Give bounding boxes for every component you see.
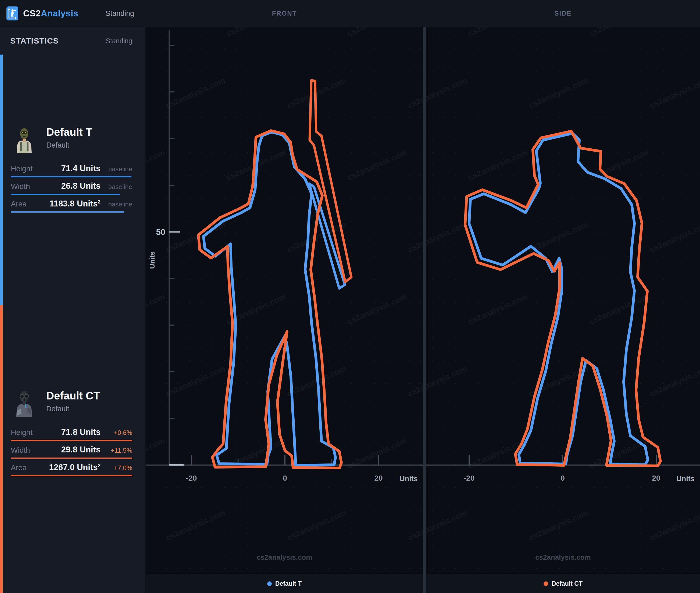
- ct-model-variant: Default: [46, 405, 100, 413]
- ct-card-head: Default CT Default: [14, 390, 132, 417]
- stat-bar: [11, 458, 132, 459]
- brand-segment: CS2Analysis Standing: [0, 0, 146, 27]
- stat-value: 71.4 Units: [33, 164, 101, 173]
- t-stat-height: Height 71.4 Units baseline: [11, 164, 132, 177]
- stat-bar: [11, 440, 132, 441]
- t-stats: Height 71.4 Units baseline Width 26.8 Un…: [11, 164, 132, 213]
- stat-label: Height: [11, 164, 33, 173]
- stat-delta: +0.6%: [101, 429, 132, 437]
- sidebar-pose-label: Standing: [106, 37, 132, 45]
- model-card-default-ct: Default CT Default Height 71.8 Units +0.…: [0, 305, 146, 593]
- stat-bar: [11, 211, 124, 213]
- svg-text:-20: -20: [186, 474, 197, 482]
- side-plot: -20020Units: [426, 27, 700, 593]
- stat-value: 71.8 Units: [33, 427, 101, 437]
- cs2analysis-logo-icon: [8, 8, 17, 19]
- side-view-panel: -20020Units cs2analysis.com: [426, 27, 700, 593]
- ct-stat-height: Height 71.8 Units +0.6%: [11, 427, 132, 441]
- svg-text:Units: Units: [399, 475, 418, 483]
- brand-analysis: Analysis: [41, 8, 78, 18]
- svg-text:-20: -20: [464, 474, 474, 482]
- stat-delta: baseline: [101, 183, 132, 191]
- stat-value: 1183.8 Units2: [27, 199, 101, 209]
- stat-label: Height: [11, 428, 33, 437]
- svg-text:20: 20: [652, 474, 660, 482]
- nav-tab-standing[interactable]: Standing: [105, 9, 134, 18]
- stat-value: 29.8 Units: [30, 445, 101, 454]
- legend-item-default-ct[interactable]: Default CT: [544, 580, 583, 587]
- legend-item-default-t[interactable]: Default T: [267, 580, 302, 587]
- model-card-default-t: Default T Default Height 71.4 Units base…: [0, 54, 146, 305]
- stat-value: 26.8 Units: [30, 181, 101, 191]
- legend-dot-ct: [544, 582, 548, 586]
- t-stat-width: Width 26.8 Units baseline: [11, 181, 132, 195]
- panel-divider: [423, 27, 426, 593]
- stat-label: Area: [11, 200, 27, 208]
- svg-text:0: 0: [283, 474, 287, 482]
- svg-text:0: 0: [560, 474, 565, 482]
- stat-bar: [11, 194, 120, 195]
- legend-divider: [423, 574, 426, 593]
- front-panel-header: FRONT: [272, 10, 297, 17]
- ct-stat-area: Area 1267.0 Units2 +7.0%: [11, 463, 132, 476]
- stat-value: 1267.0 Units2: [27, 463, 101, 472]
- ct-accent-bar: [0, 305, 3, 593]
- model-viewer: cs2analysis.comcs2analysis.comcs2analysi…: [146, 27, 700, 593]
- front-view-panel: 50Units-20020Units cs2analysis.com: [146, 27, 423, 593]
- front-header-segment: FRONT: [146, 0, 423, 27]
- top-bar: CS2Analysis Standing FRONT SIDE: [0, 0, 700, 27]
- t-stat-area: Area 1183.8 Units2 baseline: [11, 199, 132, 213]
- front-plot: 50Units-20020Units: [146, 27, 423, 593]
- stat-label: Area: [11, 464, 27, 472]
- stat-delta: baseline: [101, 201, 132, 208]
- side-panel-header: SIDE: [554, 10, 572, 17]
- legend-label-ct: Default CT: [552, 580, 583, 587]
- stat-delta: +11.5%: [101, 447, 132, 454]
- ct-avatar: [14, 390, 34, 417]
- t-model-variant: Default: [46, 141, 92, 150]
- stat-bar: [11, 176, 131, 177]
- stat-delta: +7.0%: [101, 464, 132, 472]
- ct-model-name: Default CT: [46, 390, 100, 401]
- t-avatar: [14, 126, 34, 153]
- ct-stat-width: Width 29.8 Units +11.5%: [11, 445, 132, 459]
- t-accent-bar: [0, 54, 3, 305]
- ct-stats: Height 71.8 Units +0.6% Width 29.8 Units…: [11, 427, 132, 476]
- stat-bar: [11, 475, 132, 476]
- svg-text:Units: Units: [676, 475, 695, 483]
- svg-text:Units: Units: [148, 251, 156, 269]
- svg-text:50: 50: [156, 227, 165, 237]
- stat-label: Width: [11, 182, 30, 191]
- stat-delta: baseline: [101, 165, 132, 173]
- sidebar-header: STATISTICS Standing: [0, 27, 146, 54]
- statistics-sidebar: STATISTICS Standing: [0, 27, 146, 593]
- legend-label-t: Default T: [275, 580, 302, 587]
- app-logo[interactable]: [6, 6, 18, 21]
- t-card-head: Default T Default: [14, 126, 132, 153]
- brand-cs2: CS2: [23, 8, 41, 18]
- brand-title: CS2Analysis: [23, 8, 78, 18]
- side-header-segment: SIDE: [426, 0, 700, 27]
- sidebar-title: STATISTICS: [10, 36, 59, 45]
- legend-dot-t: [267, 582, 272, 586]
- stat-label: Width: [11, 446, 30, 454]
- t-model-name: Default T: [46, 127, 92, 137]
- legend-bar: Default T Default CT: [146, 574, 700, 593]
- svg-text:20: 20: [374, 474, 383, 482]
- header-gap: [423, 0, 426, 27]
